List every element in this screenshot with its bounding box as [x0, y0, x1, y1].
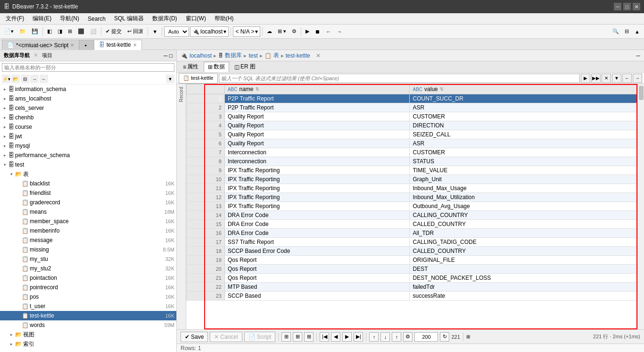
auto-mode-select[interactable]: Auto: [164, 26, 189, 37]
sidebar-btn-collapse[interactable]: ⊟: [21, 75, 29, 83]
scroll-thumb[interactable]: [639, 86, 644, 100]
tree-item[interactable]: ▸🗄cels_server: [0, 103, 176, 113]
next-row-btn[interactable]: ▶: [342, 332, 352, 342]
rows-per-page-input[interactable]: [414, 332, 438, 342]
editor-tab-0[interactable]: 📄 *<cmiuat-uec> Script ✕: [2, 40, 79, 50]
cancel-btn[interactable]: ✕ Cancel: [210, 332, 242, 342]
sidebar-search-input[interactable]: [4, 65, 172, 70]
table-row[interactable]: 6Quality ReportASR: [187, 139, 637, 148]
tree-item[interactable]: 📋memberinfo16K: [0, 226, 176, 235]
tree-item[interactable]: ▸🗄jwt: [0, 132, 176, 141]
tree-item[interactable]: ▸🗄chenhb: [0, 113, 176, 122]
row-nav-btn-2[interactable]: ⊞: [293, 332, 302, 342]
titlebar-controls[interactable]: ─ □ ✕: [614, 3, 640, 10]
tree-item[interactable]: ▸🗄course: [0, 122, 176, 132]
right-minimize-icon[interactable]: ─: [636, 52, 640, 59]
table-row[interactable]: 12IPX Traffic ReportingInbound_Max_Utili…: [187, 193, 637, 202]
filter-nav-btn-1[interactable]: ▶: [581, 74, 590, 83]
sidebar-btn-left[interactable]: ←: [40, 75, 48, 83]
table-row[interactable]: 13IPX Traffic ReportingOutbound_Avg_Usag…: [187, 202, 637, 211]
last-row-btn[interactable]: ▶|: [354, 332, 363, 342]
stop-button[interactable]: ⏹: [313, 26, 322, 37]
tree-item[interactable]: ▸🗄ams_localhost: [0, 94, 176, 103]
toolbar-btn-2[interactable]: ◨: [55, 26, 65, 37]
tree-item[interactable]: ▸🗄mysql: [0, 141, 176, 151]
table-row[interactable]: 10IPX Traffic ReportingGraph_Unit: [187, 175, 637, 184]
grid-button[interactable]: ⊞ ▾: [275, 26, 289, 37]
refresh-btn[interactable]: ↻: [440, 332, 449, 342]
sub-tab-er[interactable]: ◫ ER 图: [230, 62, 260, 72]
menu-help[interactable]: 帮助(H): [211, 14, 238, 24]
table-row[interactable]: 2P2P Traffic ReportASR: [187, 103, 637, 112]
first-row-btn[interactable]: |◀: [320, 332, 329, 342]
tab-close-0[interactable]: ✕: [70, 42, 74, 48]
tree-item[interactable]: 📋pos16K: [0, 292, 176, 302]
commit-button[interactable]: ✔ 提交: [103, 26, 124, 37]
table-row[interactable]: 4Quality ReportDIRECTION: [187, 121, 637, 130]
breadcrumb-db[interactable]: 数据库: [225, 51, 242, 59]
tree-item[interactable]: 📋words59M: [0, 320, 176, 330]
run-button[interactable]: ▶: [303, 26, 312, 37]
table-row[interactable]: 7InterconnectionCUSTOMER: [187, 148, 637, 157]
sidebar-maximize-icon[interactable]: □: [169, 52, 173, 59]
sidebar-btn-folder[interactable]: 📂: [11, 75, 20, 83]
database-combo[interactable]: < N/A > ▾: [233, 26, 260, 37]
script-btn[interactable]: 📄 Script: [244, 332, 276, 342]
breadcrumb-test[interactable]: test: [248, 52, 257, 59]
toolbar-btn-6[interactable]: ▼: [150, 26, 160, 37]
breadcrumb-kettle[interactable]: test-kettle: [286, 52, 310, 59]
export-btn-1[interactable]: ↑: [369, 332, 379, 342]
export-btn-3[interactable]: ↑: [392, 332, 401, 342]
table-row[interactable]: 23SCCP BasedsuccessRate: [187, 292, 637, 301]
breadcrumb-localhost[interactable]: localhost: [190, 52, 212, 59]
vertical-scrollbar[interactable]: [637, 84, 644, 329]
menu-nav[interactable]: 导航(N): [56, 14, 83, 24]
save-btn[interactable]: ✔ Save: [181, 332, 208, 342]
filter-clear-btn[interactable]: ✕: [602, 74, 611, 83]
tree-item[interactable]: ▸🗄information_schema: [0, 84, 176, 94]
th-value-sort-icon[interactable]: ⇅: [440, 87, 444, 92]
tree-item[interactable]: 📋friendlist16K: [0, 188, 176, 198]
close-button[interactable]: ✕: [633, 3, 640, 10]
menu-db[interactable]: 数据库(D): [149, 14, 181, 24]
search-toolbar-button[interactable]: 🔍: [610, 26, 621, 37]
tree-item[interactable]: 📋member_space16K: [0, 217, 176, 226]
tree-item[interactable]: ▸🗄performance_schema: [0, 151, 176, 160]
toolbar-btn-7[interactable]: ⊟: [622, 26, 631, 37]
tree-item[interactable]: 📋blacklist16K: [0, 179, 176, 188]
cloud-button[interactable]: ☁: [264, 26, 274, 37]
prev-row-btn[interactable]: ◀: [331, 332, 340, 342]
sidebar-btn-filter[interactable]: ▼: [166, 75, 174, 83]
toolbar-btn-8[interactable]: ▲: [632, 26, 642, 37]
sub-tab-properties[interactable]: ≡ 属性: [179, 62, 203, 72]
tree-item[interactable]: 📋means18M: [0, 207, 176, 217]
table-row[interactable]: 21Qos ReportDEST_NODE_PACKET_LOSS: [187, 274, 637, 283]
menu-file[interactable]: 文件(F): [2, 14, 28, 24]
save-button[interactable]: 💾: [29, 26, 41, 37]
table-row[interactable]: 16DRA Error CodeAll_TDR: [187, 229, 637, 238]
sidebar-btn-connect[interactable]: ⚡▾: [2, 75, 10, 83]
table-row[interactable]: 19Qos ReportORIGINAL_FILE: [187, 256, 637, 265]
editor-tab-1[interactable]: ▪: [79, 40, 93, 50]
tree-item[interactable]: ▾🗄test: [0, 160, 176, 169]
settings-nav-btn[interactable]: ⚙: [403, 332, 413, 342]
table-row[interactable]: 14DRA Error CodeCALLING_COUNTRY: [187, 211, 637, 220]
tree-item[interactable]: 📋my_stu32K: [0, 254, 176, 264]
nav-back[interactable]: ←: [323, 26, 333, 37]
table-row[interactable]: 11IPX Traffic ReportingInbound_Max_Usage: [187, 184, 637, 193]
filter-input[interactable]: [219, 74, 580, 83]
open-button[interactable]: 📁: [17, 26, 28, 37]
menu-window[interactable]: 窗口(W): [182, 14, 210, 24]
settings-button[interactable]: ⚙: [289, 26, 299, 37]
tree-item[interactable]: 📋pointaction16K: [0, 273, 176, 283]
nav-forward[interactable]: →: [334, 26, 344, 37]
tree-item[interactable]: 📋message16K: [0, 235, 176, 245]
sidebar-tab-project[interactable]: 项目: [42, 52, 52, 59]
filter-settings-btn[interactable]: ▼: [612, 74, 621, 83]
sidebar-tab-nav[interactable]: 数据库导航: [4, 52, 30, 59]
maximize-button[interactable]: □: [623, 3, 631, 10]
table-row[interactable]: 9IPX Traffic ReportingTIME_VALUE: [187, 166, 637, 175]
menu-sql[interactable]: SQL 编辑器: [110, 14, 148, 24]
table-row[interactable]: 15DRA Error CodeCALLED_COUNTRY: [187, 220, 637, 229]
table-row[interactable]: 20Qos ReportDEST: [187, 265, 637, 274]
